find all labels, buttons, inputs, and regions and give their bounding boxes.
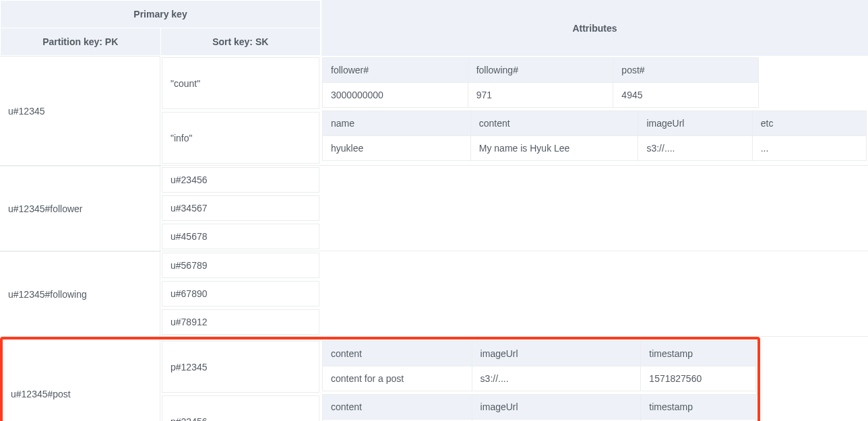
attr-block-post1: content imageUrl timestamp content for a…	[322, 341, 756, 391]
table-row-post-highlighted: u#12345#post p#12345 p#23456 content ima…	[0, 337, 760, 421]
attr-container: content imageUrl timestamp content for a…	[321, 339, 757, 421]
attr-container-empty	[321, 166, 868, 251]
attr-block-post2: content imageUrl timestamp content for a…	[322, 394, 756, 421]
attr-value: s3://....	[472, 366, 642, 391]
attr-value: My name is Hyuk Lee	[471, 136, 639, 160]
table-header: Primary key Partition key: PK Sort key: …	[0, 0, 868, 56]
table-row-user: u#12345 "count" "info" follower# followi…	[0, 56, 868, 166]
attr-value: 4945	[613, 83, 758, 107]
attr-value: content for a post	[323, 366, 472, 391]
table-row-following: u#12345#following u#56789 u#67890 u#7891…	[0, 251, 868, 337]
dynamodb-table-diagram: Primary key Partition key: PK Sort key: …	[0, 0, 868, 421]
attr-value: 971	[468, 83, 614, 107]
sk-cell-info: "info"	[162, 112, 319, 164]
sk-container: u#56789 u#67890 u#78912	[160, 251, 321, 336]
sk-container: p#12345 p#23456	[160, 339, 321, 421]
primary-key-header: Primary key Partition key: PK Sort key: …	[0, 0, 321, 56]
pk-cell: u#12345#post	[3, 339, 160, 421]
attr-value: hyuklee	[323, 136, 471, 160]
attributes-header-label: Attributes	[321, 0, 868, 56]
attr-label: content	[471, 111, 639, 135]
attr-value: 3000000000	[323, 83, 468, 107]
sk-cell-post1: p#12345	[162, 341, 319, 393]
attr-value: s3://....	[638, 136, 752, 160]
sk-cell: u#23456	[162, 167, 319, 193]
pk-cell: u#12345#following	[0, 251, 160, 336]
sk-cell: u#67890	[162, 281, 319, 306]
sort-key-label: Sort key: SK	[161, 28, 321, 55]
attr-label: post#	[613, 58, 758, 82]
sk-cell-count: "count"	[162, 57, 319, 109]
attr-value: ...	[753, 136, 866, 160]
attr-label: etc	[753, 111, 866, 135]
sk-container: "count" "info"	[160, 56, 321, 165]
attr-label: imageUrl	[472, 342, 642, 366]
attr-label: content	[323, 342, 472, 366]
attr-label: name	[323, 111, 471, 135]
attr-label: content	[323, 395, 472, 419]
attr-label: follower#	[323, 58, 468, 82]
attr-label: following#	[468, 58, 614, 82]
attr-container: follower# following# post# 3000000000 97…	[321, 56, 868, 165]
sk-cell: u#45678	[162, 224, 319, 249]
attr-block-count: follower# following# post# 3000000000 97…	[322, 57, 759, 108]
attr-label: imageUrl	[472, 395, 642, 419]
sk-cell: u#56789	[162, 253, 319, 278]
attr-label: timestamp	[641, 342, 755, 366]
sk-cell: u#34567	[162, 195, 319, 221]
pk-cell: u#12345	[0, 56, 160, 165]
table-row-follower: u#12345#follower u#23456 u#34567 u#45678	[0, 166, 868, 251]
attr-value: 1571827560	[641, 366, 755, 391]
pk-cell: u#12345#follower	[0, 166, 160, 251]
attr-block-info: name content imageUrl etc hyuklee My nam…	[322, 110, 867, 161]
partition-key-label: Partition key: PK	[1, 28, 161, 55]
attr-label: timestamp	[641, 395, 755, 419]
attr-container-empty	[321, 251, 868, 336]
sk-cell: u#78912	[162, 309, 319, 335]
primary-key-label: Primary key	[1, 1, 320, 28]
sk-cell-post2: p#23456	[162, 395, 319, 421]
attr-label: imageUrl	[638, 111, 752, 135]
sk-container: u#23456 u#34567 u#45678	[160, 166, 321, 251]
